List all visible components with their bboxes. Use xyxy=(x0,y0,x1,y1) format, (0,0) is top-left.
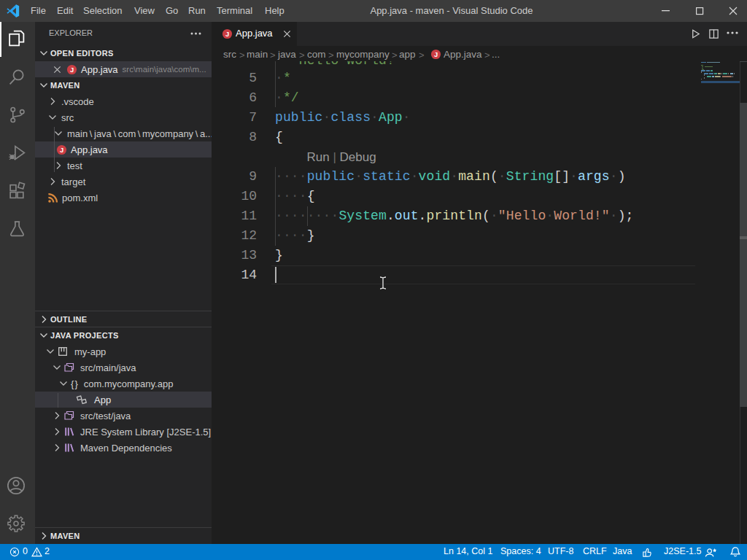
svg-text:J: J xyxy=(225,31,229,38)
svg-text:J: J xyxy=(60,146,63,153)
svg-text:J: J xyxy=(434,51,438,58)
svg-text:J: J xyxy=(70,66,74,73)
